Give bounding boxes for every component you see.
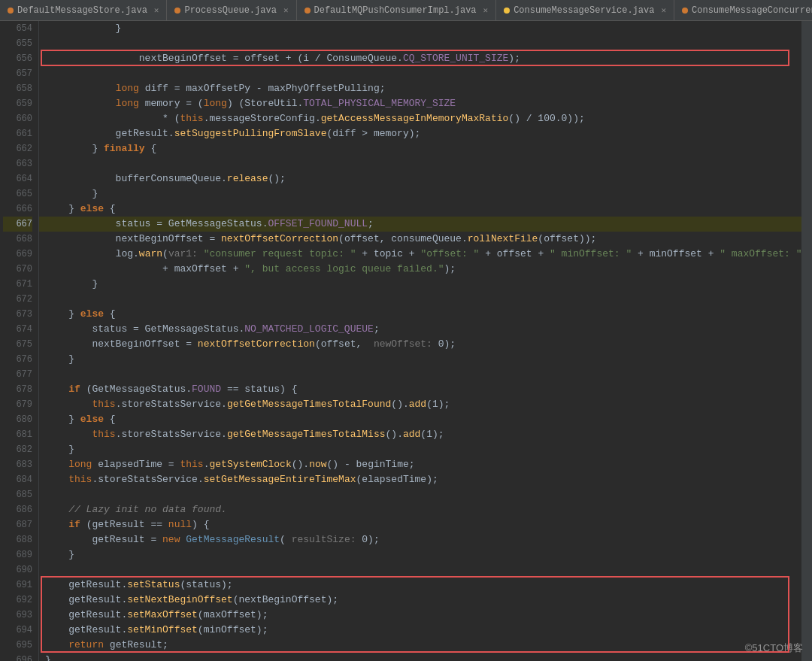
code-line: long memory = (long) (StoreUtil.TOTAL_PH… (39, 96, 801, 111)
line-number: 673 (3, 307, 32, 322)
line-numbers: 6546556566576586596606616626636646656666… (0, 21, 39, 661)
tab-dot (504, 8, 510, 14)
line-number: 694 (3, 623, 32, 638)
code-line: nextBeginOffset = offset + (i / ConsumeQ… (39, 51, 801, 66)
code-line: getResult = new GetMessageResult( result… (39, 532, 801, 547)
code-line: log.warn(var1: "consumer request topic: … (39, 247, 801, 262)
code-line: if (getResult == null) { (39, 517, 801, 532)
line-number: 665 (3, 186, 32, 202)
line-number: 696 (3, 653, 32, 661)
line-number: 656 (3, 51, 32, 66)
code-line: bufferConsumeQueue.release(); (39, 171, 801, 186)
code-line: status = GetMessageStatus.NO_MATCHED_LOG… (39, 322, 801, 337)
code-line: } (39, 277, 801, 292)
line-number: 660 (3, 111, 32, 126)
tab-close-icon[interactable]: ✕ (154, 5, 159, 15)
line-number: 657 (3, 66, 32, 81)
tab-defaultmqpushconsumerimpl[interactable]: DefaultMQPushConsumerImpl.java✕ (297, 0, 497, 20)
line-number: 669 (3, 247, 32, 262)
code-line: } (39, 653, 801, 661)
line-number: 689 (3, 547, 32, 562)
line-number: 674 (3, 322, 32, 337)
watermark: ©51CTO博客 (745, 641, 803, 655)
line-number: 682 (3, 442, 32, 457)
line-number: 666 (3, 202, 32, 217)
line-number: 690 (3, 562, 32, 578)
code-line: + maxOffset + ", but access logic queue … (39, 262, 801, 277)
code-content[interactable]: } nextBeginOffset = offset + (i / Consum… (39, 21, 801, 661)
code-line: } (39, 352, 801, 367)
code-line: getResult.setSuggestPullingFromSlave(dif… (39, 126, 801, 141)
code-line: if (GetMessageStatus.FOUND == status) { (39, 382, 801, 397)
code-line: nextBeginOffset = nextOffsetCorrection(o… (39, 232, 801, 247)
line-number: 663 (3, 156, 32, 171)
line-number: 678 (3, 382, 32, 397)
line-number: 661 (3, 126, 32, 141)
tab-consumemessageservice[interactable]: ConsumeMessageService.java✕ (496, 0, 674, 20)
code-line: nextBeginOffset = nextOffsetCorrection(o… (39, 337, 801, 352)
code-line: getResult.setMinOffset(minOffset); (39, 623, 801, 638)
code-line: } (39, 186, 801, 202)
code-line: } else { (39, 307, 801, 322)
code-line (39, 156, 801, 171)
code-line: } else { (39, 202, 801, 217)
line-number: 670 (3, 262, 32, 277)
code-line: } (39, 547, 801, 562)
code-line (39, 367, 801, 382)
tab-bar: DefaultMessageStore.java✕ProcessQueue.ja… (0, 0, 812, 21)
code-line: } finally { (39, 141, 801, 156)
line-number: 695 (3, 638, 32, 653)
line-number: 668 (3, 232, 32, 247)
code-line: status = GetMessageStatus.OFFSET_FOUND_N… (39, 217, 801, 232)
line-number: 672 (3, 292, 32, 307)
line-number: 655 (3, 36, 32, 51)
line-number: 675 (3, 337, 32, 352)
code-line: this.storeStatsService.getGetMessageTime… (39, 397, 801, 412)
code-line: } else { (39, 412, 801, 427)
code-line (39, 562, 801, 578)
line-number: 654 (3, 21, 32, 36)
tab-close-icon[interactable]: ✕ (661, 5, 666, 15)
tab-close-icon[interactable]: ✕ (483, 5, 489, 15)
tab-dot (8, 8, 14, 14)
line-number: 667 (3, 217, 32, 232)
code-line (39, 36, 801, 51)
line-number: 692 (3, 593, 32, 608)
code-line: this.storeStatsService.setGetMessageEnti… (39, 472, 801, 487)
line-number: 676 (3, 352, 32, 367)
line-number: 681 (3, 427, 32, 442)
line-number: 677 (3, 367, 32, 382)
code-line: } (39, 21, 801, 36)
line-number: 662 (3, 141, 32, 156)
line-number: 671 (3, 277, 32, 292)
line-number: 687 (3, 517, 32, 532)
code-line: getResult.setMaxOffset(maxOffset); (39, 608, 801, 623)
code-line: return getResult; (39, 638, 801, 653)
tab-dot (304, 8, 311, 14)
code-line: * (this.messageStoreConfig.getAccessMess… (39, 111, 801, 126)
line-number: 686 (3, 502, 32, 517)
tab-consumemessageconcurrentlyservice[interactable]: ConsumeMessageConcurrentlyService.java✕ (674, 0, 812, 20)
line-number: 688 (3, 532, 32, 547)
line-number: 680 (3, 412, 32, 427)
code-line (39, 66, 801, 81)
scrollbar-gutter (801, 21, 812, 661)
line-number: 679 (3, 397, 32, 412)
tab-close-icon[interactable]: ✕ (283, 5, 289, 15)
code-line: getResult.setNextBeginOffset(nextBeginOf… (39, 593, 801, 608)
line-number: 684 (3, 472, 32, 487)
line-number: 659 (3, 96, 32, 111)
tab-defaultmessagestore[interactable]: DefaultMessageStore.java✕ (0, 0, 167, 20)
line-number: 683 (3, 457, 32, 472)
line-number: 658 (3, 81, 32, 96)
code-line (39, 292, 801, 307)
code-line: this.storeStatsService.getGetMessageTime… (39, 427, 801, 442)
tab-dot (682, 8, 688, 14)
code-line: getResult.setStatus(status); (39, 578, 801, 593)
code-line: } (39, 442, 801, 457)
line-number: 691 (3, 578, 32, 593)
code-area: 6546556566576586596606616626636646656666… (0, 21, 812, 661)
code-line: long elapsedTime = this.getSystemClock()… (39, 457, 801, 472)
line-number: 693 (3, 608, 32, 623)
tab-processqueue[interactable]: ProcessQueue.java✕ (167, 0, 296, 20)
